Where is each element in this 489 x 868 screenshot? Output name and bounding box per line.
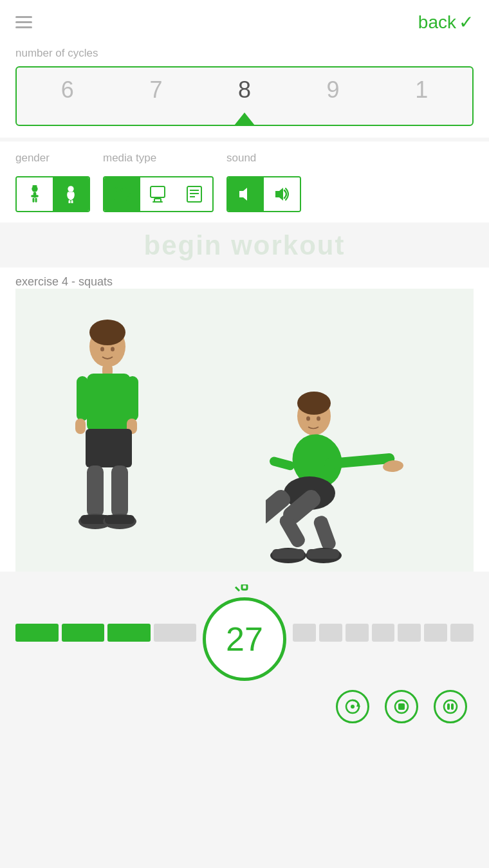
svg-point-65	[444, 700, 457, 713]
squatting-figure	[266, 392, 420, 572]
svg-rect-25	[87, 374, 131, 431]
right-progress-bars	[293, 624, 474, 642]
progress-bar-9	[398, 624, 421, 642]
progress-and-timer: 27	[15, 584, 474, 681]
progress-bar-6	[319, 624, 342, 642]
gender-toggle[interactable]	[15, 176, 90, 212]
progress-bar-1	[15, 624, 59, 642]
svg-point-37	[89, 320, 125, 345]
svg-point-41	[297, 392, 331, 415]
media-type-group: media type	[103, 152, 214, 212]
gender-group: gender	[15, 152, 90, 212]
gender-label: gender	[15, 152, 90, 165]
sound-group: sound	[226, 152, 301, 212]
cycle-num-7: 7	[112, 77, 201, 104]
svg-point-62	[351, 705, 355, 709]
svg-rect-66	[447, 703, 450, 710]
stop-button[interactable]	[385, 690, 418, 723]
exercise-section: exercise 4 - squats	[0, 267, 489, 572]
svg-point-38	[100, 347, 104, 352]
cycles-indicator	[17, 113, 472, 125]
settings-row: gender	[0, 141, 489, 222]
media-image-button[interactable]	[140, 177, 176, 211]
gender-male-button[interactable]	[17, 177, 53, 211]
svg-rect-4	[33, 198, 35, 203]
svg-rect-3	[31, 195, 39, 197]
begin-workout-area: begin workout	[0, 224, 489, 267]
cycles-numbers: 6 7 8 9 1	[17, 77, 472, 116]
svg-rect-14	[151, 186, 165, 197]
svg-point-6	[68, 186, 73, 192]
progress-bar-4	[154, 624, 197, 642]
progress-bar-5	[293, 624, 316, 642]
left-progress-bars	[15, 624, 196, 642]
sound-on-button[interactable]	[264, 177, 300, 211]
cycles-section: number of cycles 6 7 8 9 1	[0, 39, 489, 138]
svg-rect-67	[451, 703, 454, 710]
chevron-down-icon: ✓	[459, 12, 474, 33]
media-text-button[interactable]	[176, 177, 212, 211]
squatting-person-svg	[266, 392, 420, 572]
gender-female-button[interactable]	[53, 177, 89, 211]
cycles-picker[interactable]: 6 7 8 9 1	[15, 66, 474, 126]
cycle-num-8: 8	[200, 77, 289, 104]
cycles-label: number of cycles	[15, 47, 474, 60]
svg-rect-27	[75, 419, 86, 434]
cycle-num-9: 9	[289, 77, 378, 104]
stop-icon	[392, 698, 411, 716]
progress-bar-2	[62, 624, 105, 642]
standing-figure	[69, 314, 172, 572]
svg-rect-8	[71, 200, 73, 203]
svg-rect-28	[127, 376, 138, 421]
selected-triangle-icon	[234, 113, 255, 125]
exercise-title: exercise 4 - squats	[15, 275, 474, 289]
svg-point-1	[32, 186, 37, 192]
male-icon	[26, 185, 44, 203]
svg-line-59	[235, 587, 239, 591]
exercise-image-area	[15, 289, 474, 572]
video-icon	[113, 185, 131, 203]
svg-rect-7	[69, 200, 71, 203]
svg-marker-22	[275, 188, 283, 201]
svg-rect-58	[242, 584, 247, 590]
svg-rect-9	[115, 188, 126, 201]
media-video-button[interactable]	[104, 177, 140, 211]
progress-bar-11	[450, 624, 474, 642]
sound-mute-button[interactable]	[228, 177, 264, 211]
svg-rect-53	[312, 514, 337, 552]
svg-point-42	[306, 417, 310, 421]
svg-rect-57	[307, 549, 339, 559]
svg-rect-16	[152, 201, 163, 203]
sound-toggle[interactable]	[226, 176, 301, 212]
reset-button[interactable]	[336, 690, 369, 723]
cycle-num-6: 6	[23, 77, 112, 104]
sound-label: sound	[226, 152, 301, 165]
svg-rect-31	[87, 466, 104, 517]
svg-point-39	[111, 347, 115, 352]
svg-marker-13	[127, 192, 131, 197]
image-icon	[149, 185, 167, 203]
timer-container: 27	[203, 584, 286, 681]
media-type-toggle[interactable]	[103, 176, 214, 212]
svg-rect-64	[398, 703, 405, 710]
progress-bar-3	[107, 624, 151, 642]
header: back ✓	[0, 0, 489, 39]
svg-rect-32	[111, 466, 128, 517]
sound-on-icon	[273, 185, 291, 203]
svg-rect-55	[272, 549, 304, 559]
menu-button[interactable]	[15, 16, 32, 28]
timer-display: 27	[203, 597, 286, 681]
back-button[interactable]: back ✓	[418, 12, 474, 33]
pause-button[interactable]	[434, 690, 467, 723]
mute-icon	[237, 185, 255, 203]
media-type-label: media type	[103, 152, 214, 165]
svg-marker-21	[239, 188, 247, 201]
text-icon	[185, 185, 203, 203]
begin-workout-text: begin workout	[144, 230, 346, 260]
timer-value: 27	[226, 620, 263, 658]
standing-person-svg	[69, 314, 172, 572]
female-icon	[62, 185, 80, 203]
controls-row	[15, 690, 474, 723]
timer-section: 27	[0, 572, 489, 734]
cycle-num-1: 1	[377, 77, 466, 104]
